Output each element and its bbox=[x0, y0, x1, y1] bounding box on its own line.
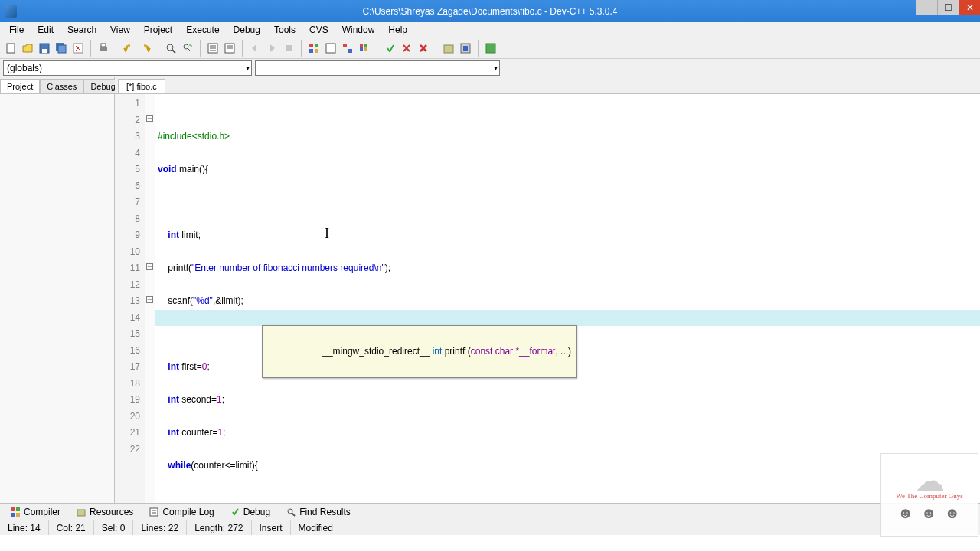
menu-edit[interactable]: Edit bbox=[31, 23, 60, 37]
code-area[interactable]: #include<stdio.h> void main(){ int limit… bbox=[155, 94, 980, 503]
code-editor[interactable]: 12345678910111213141516171819202122 ─ ─ … bbox=[115, 94, 980, 503]
svg-rect-37 bbox=[16, 507, 20, 511]
side-tab-project[interactable]: Project bbox=[0, 79, 40, 93]
new-icon[interactable] bbox=[3, 41, 18, 56]
goto-back-icon[interactable] bbox=[247, 41, 263, 56]
editor-tab-fibo[interactable]: [*] fibo.c bbox=[118, 79, 165, 93]
svg-rect-27 bbox=[348, 49, 352, 53]
svg-rect-32 bbox=[444, 45, 453, 53]
replace-icon[interactable] bbox=[180, 41, 195, 56]
fold-icon[interactable]: ─ bbox=[146, 296, 153, 303]
status-length: Length: 272 bbox=[187, 520, 251, 535]
svg-rect-39 bbox=[16, 513, 20, 517]
side-panel: Project Classes Debug bbox=[0, 77, 115, 503]
close-button[interactable]: ✕ bbox=[959, 0, 980, 15]
menu-help[interactable]: Help bbox=[382, 23, 413, 37]
menu-debug[interactable]: Debug bbox=[227, 23, 266, 37]
svg-rect-26 bbox=[343, 44, 347, 47]
editor-tabs: [*] fibo.c bbox=[115, 77, 980, 94]
svg-rect-24 bbox=[315, 49, 318, 53]
saveall-icon[interactable] bbox=[54, 41, 69, 56]
profile-icon[interactable] bbox=[416, 41, 431, 56]
svg-rect-21 bbox=[309, 44, 313, 47]
status-line: Line: 14 bbox=[0, 520, 49, 535]
watermark-logo: ☁ We The Computer Guys ☻ ☻ ☻ bbox=[880, 453, 978, 537]
options-icon[interactable] bbox=[458, 41, 473, 56]
file-list2-icon[interactable] bbox=[222, 41, 237, 56]
svg-rect-20 bbox=[286, 45, 292, 51]
tab-compile-log[interactable]: Compile Log bbox=[142, 504, 220, 520]
menubar: File Edit Search View Project Execute De… bbox=[0, 22, 980, 37]
compile-run-icon[interactable] bbox=[340, 41, 355, 56]
stop-icon[interactable] bbox=[281, 41, 296, 56]
line-gutter: 12345678910111213141516171819202122 bbox=[115, 94, 145, 503]
fold-icon[interactable]: ─ bbox=[146, 263, 153, 270]
maximize-button[interactable]: ☐ bbox=[937, 0, 959, 15]
svg-rect-28 bbox=[360, 44, 363, 47]
goto-fwd-icon[interactable] bbox=[264, 41, 279, 56]
tab-debug[interactable]: Debug bbox=[223, 504, 277, 520]
svg-rect-35 bbox=[486, 44, 495, 53]
file-list-icon[interactable] bbox=[205, 41, 220, 56]
tab-find-results[interactable]: Find Results bbox=[279, 504, 358, 520]
class-combo-row: (globals)▾ ▾ bbox=[0, 59, 980, 77]
current-line-highlight bbox=[155, 310, 980, 327]
titlebar: C:\Users\Shreyas Zagade\Documents\fibo.c… bbox=[0, 0, 980, 22]
menu-cvs[interactable]: CVS bbox=[303, 23, 335, 37]
svg-rect-0 bbox=[7, 44, 15, 53]
scope-combo-value: (globals) bbox=[7, 63, 42, 73]
redo-icon[interactable] bbox=[138, 41, 153, 56]
svg-rect-8 bbox=[100, 47, 107, 51]
menu-file[interactable]: File bbox=[3, 23, 30, 37]
svg-rect-31 bbox=[364, 47, 367, 51]
menu-tools[interactable]: Tools bbox=[268, 23, 302, 37]
menu-view[interactable]: View bbox=[104, 23, 136, 37]
svg-rect-25 bbox=[326, 44, 335, 53]
text-cursor-icon: I bbox=[325, 226, 329, 243]
minimize-button[interactable]: ─ bbox=[916, 0, 937, 15]
menu-project[interactable]: Project bbox=[138, 23, 178, 37]
parameter-hint-tooltip: __mingw_stdio_redirect__ int printf (con… bbox=[262, 325, 577, 378]
svg-rect-30 bbox=[360, 47, 363, 51]
rebuild-icon[interactable] bbox=[357, 41, 372, 56]
scope-combo[interactable]: (globals)▾ bbox=[3, 60, 252, 76]
help-btn-icon[interactable] bbox=[483, 41, 498, 56]
tab-compiler[interactable]: Compiler bbox=[3, 504, 67, 520]
svg-point-10 bbox=[167, 44, 173, 51]
svg-point-12 bbox=[184, 44, 188, 49]
menu-search[interactable]: Search bbox=[61, 23, 103, 37]
run-icon[interactable] bbox=[323, 41, 338, 56]
menu-window[interactable]: Window bbox=[336, 23, 381, 37]
status-insert: Insert bbox=[252, 520, 291, 535]
side-tab-classes[interactable]: Classes bbox=[40, 79, 83, 93]
save-icon[interactable] bbox=[37, 41, 52, 56]
undo-icon[interactable] bbox=[121, 41, 136, 56]
svg-rect-29 bbox=[364, 44, 367, 47]
svg-rect-41 bbox=[150, 508, 158, 516]
close-file-icon[interactable] bbox=[70, 41, 86, 56]
svg-rect-22 bbox=[315, 44, 318, 47]
app-icon bbox=[5, 5, 17, 18]
status-col: Col: 21 bbox=[49, 520, 94, 535]
svg-rect-9 bbox=[101, 44, 106, 47]
window-title: C:\Users\Shreyas Zagade\Documents\fibo.c… bbox=[363, 6, 618, 17]
debug-icon[interactable] bbox=[382, 41, 397, 56]
svg-rect-2 bbox=[42, 49, 47, 53]
member-combo[interactable]: ▾ bbox=[255, 60, 500, 76]
find-icon[interactable] bbox=[163, 41, 178, 56]
stop-debug-icon[interactable] bbox=[399, 41, 414, 56]
menu-execute[interactable]: Execute bbox=[180, 23, 225, 37]
print-icon[interactable] bbox=[96, 41, 111, 56]
tab-resources[interactable]: Resources bbox=[69, 504, 140, 520]
status-sel: Sel: 0 bbox=[94, 520, 134, 535]
status-lines: Lines: 22 bbox=[133, 520, 187, 535]
svg-line-11 bbox=[172, 50, 175, 53]
bottom-panel-tabs: Compiler Resources Compile Log Debug Fin… bbox=[0, 503, 980, 520]
new-project-icon[interactable] bbox=[441, 41, 456, 56]
svg-rect-23 bbox=[309, 49, 313, 53]
compile-icon[interactable] bbox=[306, 41, 322, 56]
statusbar: Line: 14 Col: 21 Sel: 0 Lines: 22 Length… bbox=[0, 520, 980, 535]
toolbar bbox=[0, 37, 980, 59]
open-icon[interactable] bbox=[20, 41, 35, 56]
fold-icon[interactable]: ─ bbox=[146, 115, 153, 122]
